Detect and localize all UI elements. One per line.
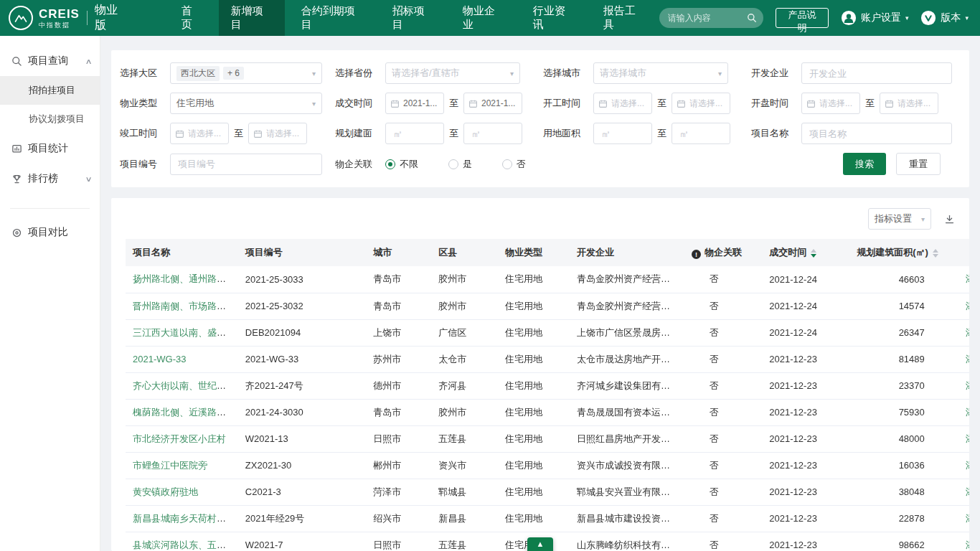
- nav-item-property-companies[interactable]: 物业企业: [451, 0, 517, 36]
- trophy-icon: [11, 174, 22, 184]
- range-separator: 至: [657, 127, 666, 140]
- sort-icon[interactable]: [811, 249, 816, 258]
- open-time-to-date[interactable]: 请选择...: [880, 93, 938, 114]
- start-time-to-date[interactable]: 请选择...: [672, 93, 730, 114]
- global-search: [659, 8, 763, 28]
- land-area-min-input[interactable]: [593, 123, 652, 144]
- cell-code: DEB2021094: [238, 319, 367, 346]
- sidebar-item-project-compare[interactable]: 项目对比: [0, 217, 100, 248]
- radio-label: 是: [463, 158, 472, 171]
- add-compare-link[interactable]: 添加对比: [966, 433, 969, 444]
- col-header-plan-area[interactable]: 规划建筑面积(㎡): [840, 239, 958, 266]
- province-select[interactable]: 请选择省/直辖市 ▾: [385, 62, 520, 84]
- cell-developer: 青岛晟晟国有资本运营...: [570, 399, 684, 425]
- cell-district: 太仓市: [431, 346, 498, 372]
- deal-time-to-date[interactable]: 2021-1...: [463, 93, 522, 114]
- project-name-link[interactable]: 市鲤鱼江中医院旁: [133, 460, 207, 471]
- add-compare-link[interactable]: 添加对比: [966, 513, 969, 524]
- plan-area-max-input[interactable]: [463, 123, 522, 144]
- plan-area-min-input[interactable]: [385, 123, 444, 144]
- project-name-link[interactable]: 扬州路北侧、通州路东...: [133, 273, 234, 284]
- add-compare-link[interactable]: 添加对比: [966, 407, 969, 418]
- add-compare-link[interactable]: 添加对比: [966, 301, 969, 311]
- project-name-link[interactable]: 市北经济开发区小庄村: [133, 433, 226, 444]
- project-name-link[interactable]: 晋州路南侧、市场路东...: [133, 301, 234, 311]
- cell-area: 48000: [840, 425, 958, 452]
- relation-radio-group: 不限 是 否: [385, 158, 526, 171]
- search-icon[interactable]: [747, 13, 757, 23]
- cell-related: 否: [684, 346, 762, 372]
- project-name-link[interactable]: 新昌县城南乡天荷村黄...: [133, 513, 234, 524]
- back-to-top-button[interactable]: ▲: [527, 537, 553, 551]
- nav-item-expiring-contracts[interactable]: 合约到期项目: [289, 0, 376, 36]
- nav-item-home[interactable]: 首页: [169, 0, 215, 36]
- cell-date: 2021-12-23: [762, 532, 839, 551]
- sidebar-item-listing-projects[interactable]: 招拍挂项目: [0, 76, 100, 105]
- cell-district: 五莲县: [431, 532, 498, 551]
- region-select[interactable]: 西北大区 + 6 ▾: [170, 62, 322, 84]
- nav-item-bidding-projects[interactable]: 招标项目: [380, 0, 446, 36]
- filter-complete-time: 竣工时间 请选择... 至 请选择...: [120, 123, 335, 144]
- project-name-link[interactable]: 槐荫路北侧、近溪路东...: [133, 407, 234, 418]
- filter-panel: 选择大区 西北大区 + 6 ▾ 选择省份 请选择省/直辖市 ▾ 选择城市 请选择…: [111, 50, 969, 187]
- col-header-deal-date[interactable]: 成交时间: [762, 239, 839, 266]
- nav-item-new-projects[interactable]: 新增项目: [219, 0, 285, 36]
- brand-logo[interactable]: CREIS 中指数据 物业版: [0, 3, 136, 33]
- radio-unlimited[interactable]: 不限: [385, 158, 418, 171]
- sidebar-item-agreement-projects[interactable]: 协议划拨项目: [0, 105, 100, 133]
- select-placeholder: 请选择城市: [600, 67, 646, 80]
- version-menu[interactable]: 版本 ▾: [920, 10, 969, 26]
- add-compare-link[interactable]: 添加对比: [966, 354, 969, 364]
- cell-district: 胶州市: [431, 293, 498, 319]
- add-compare-link[interactable]: 添加对比: [966, 460, 969, 471]
- developer-input[interactable]: [801, 62, 952, 84]
- add-compare-link[interactable]: 添加对比: [966, 540, 969, 550]
- filter-land-area: 用地面积 至: [543, 123, 751, 144]
- add-compare-link[interactable]: 添加对比: [966, 380, 969, 391]
- download-icon[interactable]: [944, 214, 955, 225]
- radio-no[interactable]: 否: [502, 158, 526, 171]
- product-info-button[interactable]: 产品说明: [776, 8, 829, 28]
- add-compare-link[interactable]: 添加对比: [966, 273, 969, 284]
- complete-time-from-date[interactable]: 请选择...: [170, 123, 229, 144]
- open-time-from-date[interactable]: 请选择...: [801, 93, 860, 114]
- filter-label: 项目编号: [120, 158, 164, 171]
- cell-name: 新昌县城南乡天荷村黄...: [126, 505, 238, 532]
- project-name-link[interactable]: 齐心大街以南、世纪路...: [133, 380, 234, 391]
- project-name-link[interactable]: 2021-WG-33: [133, 354, 186, 364]
- deal-time-from-date[interactable]: 2021-1...: [385, 93, 444, 114]
- navbar-right: 产品说明 账户设置 ▾ 版本 ▾: [659, 8, 980, 28]
- sort-icon[interactable]: [933, 249, 938, 258]
- nav-item-industry-news[interactable]: 行业资讯: [521, 0, 587, 36]
- property-type-select[interactable]: 住宅用地 ▾: [170, 93, 322, 114]
- radio-yes[interactable]: 是: [448, 158, 472, 171]
- land-area-max-input[interactable]: [672, 123, 730, 144]
- add-compare-link[interactable]: 添加对比: [966, 486, 969, 497]
- table-row: 三江西大道以南、盛秦...DEB2021094上饶市广信区住宅用地上饶市广信区景…: [126, 319, 969, 346]
- project-name-link[interactable]: 黄安镇政府驻地: [133, 486, 198, 497]
- start-time-from-date[interactable]: 请选择...: [593, 93, 652, 114]
- sidebar-group-project-query[interactable]: 项目查询 ∧: [0, 46, 100, 76]
- info-icon[interactable]: !: [692, 250, 701, 259]
- project-name-link[interactable]: 三江西大道以南、盛秦...: [133, 327, 234, 338]
- metric-settings-select[interactable]: 指标设置 ▾: [868, 208, 931, 230]
- project-code-input[interactable]: [170, 154, 322, 175]
- city-select[interactable]: 请选择城市 ▾: [593, 62, 728, 84]
- project-name-link[interactable]: 县城滨河路以东、五蓬...: [133, 540, 234, 550]
- table-header-row: 项目名称 项目编号 城市 区县 物业类型 开发企业 !物企关联 成交时间: [126, 239, 969, 266]
- account-settings-menu[interactable]: 账户设置 ▾: [841, 10, 909, 26]
- search-button[interactable]: 搜索: [843, 153, 886, 175]
- sidebar-item-project-stats[interactable]: 项目统计: [0, 133, 100, 164]
- col-header-project-code: 项目编号: [238, 239, 367, 266]
- sidebar-group-rankings[interactable]: 排行榜 ∨: [0, 164, 100, 194]
- project-name-input[interactable]: [801, 123, 952, 144]
- date-placeholder: 请选择...: [897, 98, 930, 110]
- cell-name: 齐心大街以南、世纪路...: [126, 372, 238, 399]
- filter-property-type: 物业类型 住宅用地 ▾: [120, 93, 335, 114]
- cell-district: 齐河县: [431, 372, 498, 399]
- add-compare-link[interactable]: 添加对比: [966, 327, 969, 338]
- nav-item-report-tools[interactable]: 报告工具: [591, 0, 657, 36]
- complete-time-to-date[interactable]: 请选择...: [248, 123, 307, 144]
- reset-button[interactable]: 重置: [896, 153, 941, 175]
- filter-project-code: 项目编号: [120, 153, 335, 175]
